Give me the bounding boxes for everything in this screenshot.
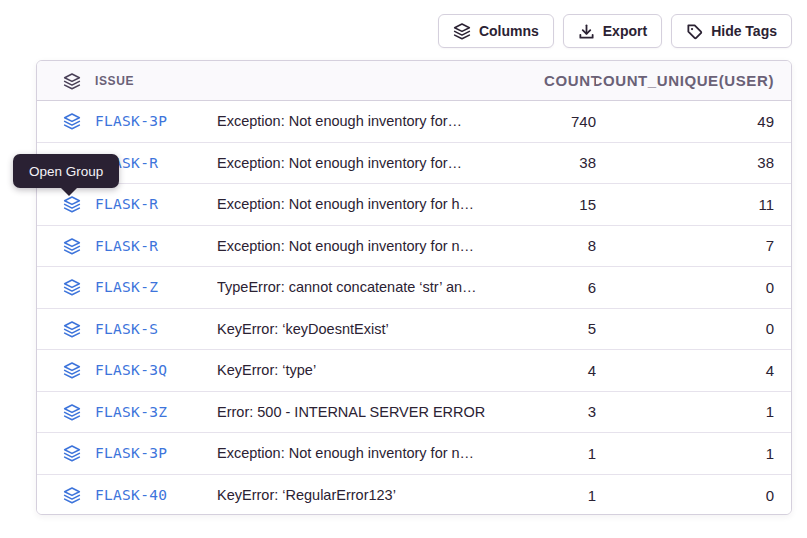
tag-icon [686, 23, 703, 40]
issue-message: KeyError: ‘keyDoesntExist’ [217, 321, 506, 337]
open-group-icon[interactable] [63, 361, 81, 379]
issue-link[interactable]: FLASK-Z [95, 279, 158, 295]
open-group-icon[interactable] [63, 444, 81, 462]
table-body: FLASK-3P Exception: Not enough inventory… [37, 101, 791, 515]
issue-cell: FLASK-S [37, 320, 217, 338]
table-row[interactable]: FLASK-R Exception: Not enough inventory … [37, 226, 791, 268]
table-row[interactable]: FLASK-40 KeyError: ‘RegularError123’ 1 0 [37, 475, 791, 516]
table-row[interactable]: FLASK-R Exception: Not enough inventory … [37, 184, 791, 226]
count-value: 1 [506, 487, 596, 504]
tooltip-arrow [61, 188, 77, 196]
header-count-unique-label: COUNT_UNIQUE(USER) [596, 72, 774, 89]
issue-cell: FLASK-3P [37, 444, 217, 462]
count-unique-value: 1 [596, 445, 791, 462]
export-button-label: Export [603, 23, 647, 39]
table-row[interactable]: FLASK-3Z Error: 500 - INTERNAL SERVER ER… [37, 392, 791, 434]
open-group-icon[interactable] [63, 237, 81, 255]
header-cell-issue[interactable]: ISSUE [37, 72, 217, 90]
count-unique-value: 0 [596, 487, 791, 504]
issue-link[interactable]: FLASK-3Z [95, 404, 167, 420]
table-row[interactable]: FLASK-S KeyError: ‘keyDoesntExist’ 5 0 [37, 309, 791, 351]
count-value: 15 [506, 196, 596, 213]
table-row[interactable]: FLASK-Z TypeError: cannot concatenate ‘s… [37, 267, 791, 309]
table-row[interactable]: FLASK-3P Exception: Not enough inventory… [37, 101, 791, 143]
count-value: 4 [506, 362, 596, 379]
issue-message: KeyError: ‘RegularError123’ [217, 487, 506, 503]
count-value: 1 [506, 445, 596, 462]
header-count-label: COUNT [544, 72, 596, 89]
issue-message: Exception: Not enough inventory for… [217, 113, 506, 129]
results-table: ISSUE COUNT ↓ COUNT_UNIQUE(USER) FLASK-3… [36, 60, 792, 515]
count-value: 8 [506, 237, 596, 254]
count-unique-value: 4 [596, 362, 791, 379]
count-value: 3 [506, 403, 596, 420]
issue-cell: FLASK-3Z [37, 403, 217, 421]
open-group-tooltip-label: Open Group [29, 164, 103, 179]
count-value: 5 [506, 320, 596, 337]
issue-cell: FLASK-Z [37, 278, 217, 296]
open-group-icon[interactable] [63, 486, 81, 504]
open-group-icon[interactable] [63, 320, 81, 338]
issue-message: Exception: Not enough inventory for n… [217, 238, 506, 254]
count-unique-value: 0 [596, 279, 791, 296]
issue-message: TypeError: cannot concatenate ‘str’ an… [217, 279, 506, 295]
issue-message: Exception: Not enough inventory for… [217, 155, 506, 171]
count-unique-value: 0 [596, 320, 791, 337]
table-row[interactable]: FLASK-3P Exception: Not enough inventory… [37, 433, 791, 475]
issue-message: Error: 500 - INTERNAL SERVER ERROR [217, 404, 506, 420]
issue-link[interactable]: FLASK-3P [95, 113, 167, 129]
open-group-icon[interactable] [63, 195, 81, 213]
count-value: 38 [506, 154, 596, 171]
toolbar: Columns Export Hide Tags [0, 0, 807, 48]
table-row[interactable]: FLASK-3Q KeyError: ‘type’ 4 4 [37, 350, 791, 392]
open-group-icon[interactable] [63, 112, 81, 130]
count-value: 740 [506, 113, 596, 130]
issue-link[interactable]: FLASK-S [95, 321, 158, 337]
count-unique-value: 11 [596, 196, 791, 213]
issue-message: Exception: Not enough inventory for n… [217, 445, 506, 461]
count-value: 6 [506, 279, 596, 296]
issue-cell: FLASK-R [37, 237, 217, 255]
issue-cell: FLASK-3Q [37, 361, 217, 379]
table-header-row: ISSUE COUNT ↓ COUNT_UNIQUE(USER) [37, 61, 791, 101]
issue-message: KeyError: ‘type’ [217, 362, 506, 378]
layers-icon [63, 72, 81, 90]
issue-link[interactable]: FLASK-R [95, 196, 158, 212]
hide-tags-button-label: Hide Tags [711, 23, 777, 39]
count-unique-value: 1 [596, 403, 791, 420]
hide-tags-button[interactable]: Hide Tags [671, 14, 792, 48]
issue-cell: FLASK-40 [37, 486, 217, 504]
open-group-tooltip: Open Group [13, 154, 119, 188]
header-issue-label: ISSUE [95, 74, 134, 88]
count-unique-value: 38 [596, 154, 791, 171]
table-row[interactable]: FLASK-R Exception: Not enough inventory … [37, 143, 791, 185]
header-cell-count[interactable]: COUNT ↓ [506, 72, 596, 89]
columns-button[interactable]: Columns [438, 14, 554, 48]
layers-icon [453, 22, 471, 40]
columns-button-label: Columns [479, 23, 539, 39]
export-button[interactable]: Export [563, 14, 662, 48]
issue-message: Exception: Not enough inventory for h… [217, 196, 506, 212]
issue-link[interactable]: FLASK-R [95, 238, 158, 254]
header-cell-count-unique[interactable]: COUNT_UNIQUE(USER) [596, 72, 791, 89]
issue-link[interactable]: FLASK-40 [95, 487, 167, 503]
issue-link[interactable]: FLASK-3Q [95, 362, 167, 378]
count-unique-value: 49 [596, 113, 791, 130]
open-group-icon[interactable] [63, 403, 81, 421]
open-group-icon[interactable] [63, 278, 81, 296]
issue-link[interactable]: FLASK-3P [95, 445, 167, 461]
count-unique-value: 7 [596, 237, 791, 254]
download-icon [578, 23, 595, 40]
issue-cell: FLASK-3P [37, 112, 217, 130]
issue-cell: FLASK-R [37, 195, 217, 213]
